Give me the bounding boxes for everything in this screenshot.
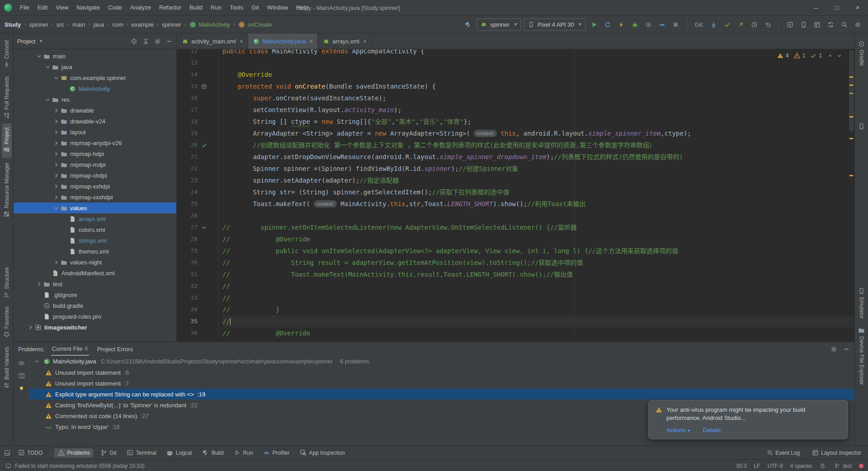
code-line-15[interactable]: protected void onCreate(Bundle savedInst… — [222, 80, 854, 92]
chevron-right-icon[interactable] — [52, 139, 60, 146]
tree-item-themes-xml[interactable]: themes.xml — [14, 246, 176, 257]
breadcrumb-oncreate[interactable]: monCreate — [238, 21, 272, 28]
tree-item-values[interactable]: values — [14, 203, 176, 213]
notification-details-link[interactable]: Details — [703, 427, 721, 433]
inspections-widget[interactable]: 4 1 1 — [777, 52, 843, 59]
menu-tools[interactable]: Tools — [226, 0, 247, 15]
collapse-all-button[interactable] — [142, 38, 149, 45]
tool-window-button-pull-requests[interactable]: Pull Requests — [2, 72, 12, 123]
menu-file[interactable]: File — [16, 0, 33, 15]
tree-item-layout[interactable]: layout — [14, 127, 176, 137]
tree-item-values-night[interactable]: values-night — [14, 257, 176, 268]
tab-arrays-xml[interactable]: arrays.xml× — [318, 33, 372, 49]
view-options-eye-icon[interactable] — [18, 359, 25, 367]
open-preview-icon[interactable] — [18, 372, 25, 379]
tree-item-build-gradle[interactable]: build.gradle — [14, 300, 176, 311]
readonly-lock-icon[interactable] — [819, 462, 826, 470]
chevron-right-icon[interactable] — [52, 172, 60, 179]
chevron-down-icon[interactable] — [52, 74, 60, 81]
tool-window-button-layout-inspector[interactable]: Layout Inspector — [808, 448, 864, 457]
code-line-36[interactable]: // @Override — [222, 327, 854, 339]
menu-navigate[interactable]: Navigate — [72, 0, 104, 15]
make-project-button[interactable] — [462, 19, 474, 30]
push-button[interactable] — [735, 19, 746, 30]
code-line-30[interactable]: // String result = adapterView.getItemAt… — [222, 257, 854, 268]
problem-item-3[interactable]: Explicit type argument String can be rep… — [29, 389, 854, 400]
tree-item-timageswitcher[interactable]: timageswitcher — [14, 322, 176, 333]
minimize-button[interactable]: – — [806, 0, 826, 15]
indent-widget[interactable]: 4 spaces — [790, 463, 812, 469]
menu-edit[interactable]: Edit — [33, 0, 52, 15]
run-button[interactable] — [589, 19, 600, 30]
status-message[interactable]: Failed to start monitoring emulator-5556… — [15, 463, 145, 469]
code-line-19[interactable]: ArrayAdapter <String> adapter = new Arra… — [222, 127, 854, 139]
tool-window-button-resource-manager[interactable]: Resource Manager — [2, 158, 12, 222]
fold-gutter-icon[interactable] — [198, 224, 216, 231]
problems-tab-project-errors[interactable]: Project Errors — [96, 342, 134, 356]
gutter-line-20[interactable]: 20 — [177, 139, 218, 151]
next-problem-button[interactable] — [835, 52, 843, 59]
maximize-button[interactable]: □ — [826, 0, 847, 15]
sync-project-button[interactable] — [825, 19, 836, 30]
code-line-22[interactable]: Spinner spinner =(Spinner) findViewById(… — [222, 163, 854, 174]
breadcrumb-src[interactable]: src — [57, 21, 64, 28]
gutter-line-21[interactable]: 21 — [177, 151, 218, 163]
scrollbar-mark[interactable] — [849, 116, 853, 118]
tool-window-button-commit[interactable]: Commit — [2, 36, 12, 72]
chevron-right-icon[interactable] — [52, 183, 60, 190]
hide-panel-button[interactable] — [165, 38, 173, 45]
gutter-line-28[interactable]: 28 — [177, 233, 218, 245]
breadcrumb-mainactivity[interactable]: CMainActivity — [189, 21, 230, 28]
menu-window[interactable]: Window — [263, 0, 292, 15]
gutter-line-13[interactable]: 13 — [177, 57, 218, 69]
problem-item-2[interactable]: Unused import statement :7 — [29, 378, 854, 389]
attach-debugger-button[interactable] — [643, 19, 655, 30]
gutter-line-35[interactable]: 35 — [177, 316, 218, 327]
gutter-line-25[interactable]: 25 — [177, 198, 218, 210]
sdk-manager-button[interactable] — [784, 19, 796, 30]
previous-problem-button[interactable] — [826, 52, 834, 59]
breadcrumb-spinner[interactable]: spinner — [29, 21, 48, 28]
tree-item-arrays-xml[interactable]: arrays.xml — [14, 213, 176, 224]
close-icon[interactable]: × — [240, 38, 243, 45]
gutter-line-36[interactable]: 36 — [177, 327, 218, 339]
caret-position-widget[interactable]: 35:3 — [736, 463, 746, 469]
gutter-line-16[interactable]: 16 — [177, 92, 218, 104]
chevron-down-icon[interactable] — [33, 358, 40, 365]
hide-problems-button[interactable] — [843, 345, 850, 353]
menu-git[interactable]: Git — [247, 0, 263, 15]
menu-code[interactable]: Code — [104, 0, 126, 15]
search-everywhere-button[interactable] — [838, 19, 850, 30]
apply-code-changes-button[interactable] — [616, 19, 627, 30]
code-line-28[interactable]: // @Override — [222, 233, 854, 245]
tool-window-button-logcat[interactable]: Logcat — [163, 448, 195, 457]
tree-item-main[interactable]: main — [14, 51, 176, 61]
tree-item-java[interactable]: java — [14, 61, 176, 72]
breadcrumb-com[interactable]: com — [112, 21, 123, 28]
tree-item-mipmap-hdpi[interactable]: mipmap-hdpi — [14, 148, 176, 159]
gutter-line-14[interactable]: 14 — [177, 69, 218, 80]
chevron-right-icon[interactable] — [52, 128, 60, 136]
gutter-line-34[interactable]: 34 — [177, 304, 218, 316]
close-button[interactable]: × — [847, 0, 868, 15]
override-gutter-icon[interactable] — [198, 83, 216, 90]
tool-window-button-build[interactable]: Build — [199, 448, 227, 457]
code-line-27[interactable]: // spinner.setOnItemSelectedListener(new… — [222, 221, 854, 233]
tool-window-button-git[interactable]: Git — [97, 448, 119, 457]
update-project-button[interactable] — [708, 19, 719, 30]
chevron-right-icon[interactable] — [52, 161, 60, 168]
chevron-down-icon[interactable] — [44, 96, 52, 103]
problems-file-group[interactable]: C MainActivity.java C:\Users\23168\Andro… — [29, 356, 854, 367]
tool-window-button-problems[interactable]: Problems — [54, 448, 93, 457]
tool-window-button-gradle[interactable]: Gradle — [857, 36, 867, 70]
locate-file-button[interactable] — [130, 38, 137, 45]
tool-window-button-favorites[interactable]: Favorites — [2, 302, 12, 342]
apply-changes-button[interactable] — [602, 19, 614, 30]
code-line-21[interactable]: adapter.setDropDownViewResource(android.… — [222, 151, 854, 163]
code-line-25[interactable]: Toast.makeText( context: MainActivity.th… — [222, 198, 854, 210]
chevron-right-icon[interactable] — [52, 193, 60, 201]
tool-window-button-device-file-explorer[interactable]: Device File Explorer — [857, 323, 867, 389]
breadcrumb-spinner[interactable]: spinner — [162, 21, 181, 28]
gutter-line-15[interactable]: 15 — [177, 80, 218, 92]
code-line-33[interactable]: // — [222, 292, 854, 304]
